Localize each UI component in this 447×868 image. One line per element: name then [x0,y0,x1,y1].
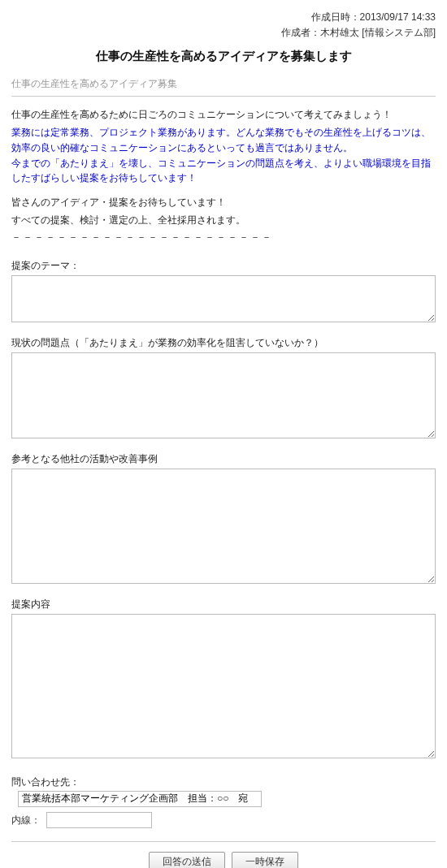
divider-bottom [11,841,436,842]
meta-block: 作成日時：2013/09/17 14:33 作成者：木村雄太 [情報システム部] [11,10,436,41]
reference-label: 参考となる他社の活動や改善事例 [11,452,436,466]
contact-input[interactable] [18,791,262,807]
intro-blue-1: 業務には定常業務、プロジェクト業務があります。どんな業務でもその生産性を上げるコ… [11,127,431,153]
problem-textarea[interactable] [11,352,436,438]
body-line-1: 皆さんのアイディア・提案をお待ちしています！ [11,194,436,210]
subtitle: 仕事の生産性を高めるアイディア募集 [11,77,436,91]
problem-label: 現状の問題点（「あたりまえ」が業務の効率化を阻害していないか？） [11,336,436,350]
proposal-textarea[interactable] [11,614,436,758]
divider-top [11,96,436,97]
extension-label: 内線： [11,814,41,826]
intro-blue-block: 業務には定常業務、プロジェクト業務があります。どんな業務でもその生産性を上げるコ… [11,125,436,185]
page-title: 仕事の生産性を高めるアイディアを募集します [11,49,436,64]
theme-textarea[interactable] [11,275,436,322]
created-at-label: 作成日時： [311,11,360,23]
theme-label: 提案のテーマ： [11,259,436,273]
lead-text: 仕事の生産性を高めるために日ごろのコミュニケーションについて考えてみましょう！ [11,108,436,122]
action-bar: 回答の送信 一時保存 [11,852,436,868]
intro-blue-2: 今までの「あたりまえ」を壊し、コミュニケーションの問題点を考え、よりよい職場環境… [11,158,431,184]
save-button[interactable]: 一時保存 [232,852,298,868]
creator-label: 作成者： [281,27,320,38]
body-line-2: すべての提案、検討・選定の上、全社採用されます。 [11,212,436,228]
created-at-value: 2013/09/17 14:33 [360,11,436,23]
submit-button[interactable]: 回答の送信 [149,852,225,868]
reference-textarea[interactable] [11,469,436,584]
creator-value: 木村雄太 [情報システム部] [320,27,436,38]
contact-label: 問い合わせ先： [11,775,436,789]
dash-separator: －－－－－－－－－－－－－－－－－－－－－－－ [11,231,436,244]
proposal-label: 提案内容 [11,598,436,611]
extension-input[interactable] [46,812,152,828]
